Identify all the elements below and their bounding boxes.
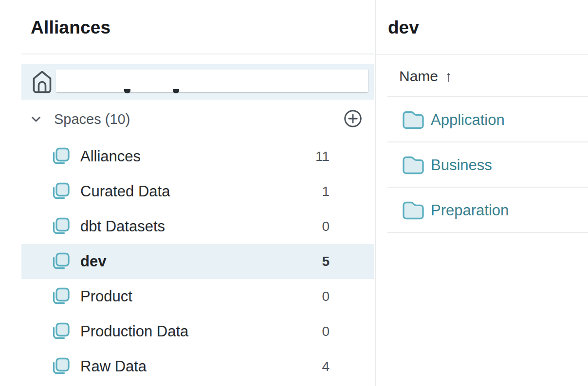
space-icon xyxy=(50,251,71,272)
sidebar-title: Alliances xyxy=(31,18,110,38)
home-row[interactable] xyxy=(21,64,374,100)
space-count: 4 xyxy=(322,359,330,374)
space-count: 5 xyxy=(322,254,330,269)
sidebar-item-product[interactable]: Product 0 xyxy=(21,279,374,314)
divider xyxy=(21,53,374,54)
column-header-label: Name xyxy=(399,68,438,84)
space-icon xyxy=(50,356,71,377)
space-name: Production Data xyxy=(80,323,188,340)
sidebar-item-production-data[interactable]: Production Data 0 xyxy=(21,314,374,349)
sidebar-item-raw-data[interactable]: Raw Data 4 xyxy=(21,349,374,384)
space-icon xyxy=(50,286,71,307)
space-name: dbt Datasets xyxy=(80,218,165,235)
plus-circle-icon xyxy=(344,122,362,129)
home-icon xyxy=(32,70,52,94)
sidebar-panel: Alliances Spaces (10) xyxy=(0,0,376,386)
space-count: 0 xyxy=(322,289,330,304)
sidebar-item-alliances[interactable]: Alliances 11 xyxy=(21,139,374,174)
space-name: Alliances xyxy=(80,148,141,165)
space-count: 0 xyxy=(322,219,330,234)
folder-row-business[interactable]: Business xyxy=(376,142,588,188)
main-panel: dev Name↑ Application Business xyxy=(376,0,588,386)
divider xyxy=(376,54,588,55)
sidebar-item-dbt-datasets[interactable]: dbt Datasets 0 xyxy=(21,209,374,244)
column-header-name[interactable]: Name↑ xyxy=(399,68,452,85)
redacted-letter-descender xyxy=(124,89,130,93)
folder-icon xyxy=(402,156,424,175)
folder-list: Application Business Preparation xyxy=(376,97,588,233)
space-icon xyxy=(50,216,71,237)
space-name: Raw Data xyxy=(80,358,147,375)
folder-link[interactable]: Business xyxy=(431,157,492,174)
space-count: 1 xyxy=(322,184,330,199)
space-count: 11 xyxy=(315,149,330,164)
space-name: Product xyxy=(80,288,132,305)
space-count: 0 xyxy=(322,324,330,339)
spaces-section-header[interactable]: Spaces (10) xyxy=(21,109,374,128)
page-title: dev xyxy=(388,18,419,38)
space-icon xyxy=(50,181,71,202)
add-space-button[interactable] xyxy=(344,109,362,128)
spaces-section-label: Spaces (10) xyxy=(54,111,130,127)
space-icon xyxy=(50,146,71,167)
space-icon xyxy=(50,321,71,342)
folder-icon xyxy=(402,201,424,220)
folder-row-application[interactable]: Application xyxy=(376,97,588,142)
sidebar-item-dev[interactable]: dev 5 xyxy=(21,244,374,279)
folder-row-preparation[interactable]: Preparation xyxy=(376,188,588,233)
folder-link[interactable]: Preparation xyxy=(431,202,509,219)
chevron-down-icon[interactable] xyxy=(31,116,41,122)
space-list: Alliances 11 Curated Data 1 dbt Datasets xyxy=(21,139,374,384)
redacted-letter-descender xyxy=(173,89,179,93)
folder-icon xyxy=(402,110,424,130)
redacted-text-overlay xyxy=(56,70,368,92)
sort-ascending-icon: ↑ xyxy=(445,68,452,84)
folder-link[interactable]: Application xyxy=(431,111,505,129)
space-name: Curated Data xyxy=(80,183,170,200)
sidebar-item-curated-data[interactable]: Curated Data 1 xyxy=(21,174,374,209)
space-name: dev xyxy=(80,253,106,270)
